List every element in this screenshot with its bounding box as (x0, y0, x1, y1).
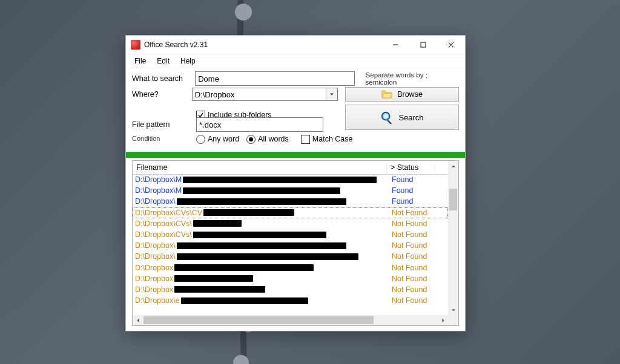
table-row[interactable]: D:\Dropbox\CVs\CVNot Found (133, 207, 448, 218)
filename-cell: D:\Dropbox\ (133, 252, 389, 261)
svg-point-8 (384, 114, 388, 119)
table-row[interactable]: D:\Dropbox\CVs\Not Found (133, 218, 448, 229)
separator-hint: Separate words by ; semicolon (366, 71, 459, 86)
status-cell: Found (389, 175, 440, 184)
redacted-segment (174, 264, 314, 271)
horizontal-scrollbar[interactable] (133, 315, 448, 325)
status-cell: Found (389, 186, 440, 195)
filename-cell: D:\Dropbox (133, 285, 389, 294)
all-words-label: All words (258, 135, 289, 143)
table-row[interactable]: D:\Dropbox\CVs\Not Found (133, 229, 448, 240)
redacted-segment (193, 220, 242, 227)
folder-icon (381, 90, 392, 99)
scroll-thumb[interactable] (143, 316, 374, 324)
table-row[interactable]: D:\Dropbox\MFound (133, 174, 448, 185)
table-row[interactable]: D:\DropboxNot Found (133, 284, 448, 295)
where-label: Where? (132, 90, 188, 99)
redacted-segment (193, 232, 326, 238)
status-cell: Not Found (389, 285, 440, 294)
table-row[interactable]: D:\DropboxNot Found (133, 273, 448, 284)
condition-label: Condition (132, 135, 193, 142)
filename-cell: D:\Dropbox\CVs\ (133, 219, 389, 228)
redacted-segment (174, 275, 253, 282)
status-cell: Not Found (389, 209, 440, 217)
magnifier-icon (380, 111, 394, 124)
table-row[interactable]: D:\Dropbox\Not Found (133, 251, 448, 262)
scroll-right-icon[interactable] (438, 315, 448, 325)
filename-cell: D:\Dropbox (133, 264, 389, 272)
redacted-segment (183, 177, 377, 183)
match-case-checkbox[interactable]: Match Case (301, 135, 353, 144)
scroll-left-icon[interactable] (133, 315, 143, 325)
menu-help[interactable]: Help (176, 56, 200, 67)
filename-cell: D:\Dropbox\M (133, 186, 389, 195)
chevron-down-icon[interactable] (326, 88, 337, 100)
column-status[interactable]: > Status (387, 161, 435, 174)
scroll-thumb[interactable] (449, 189, 457, 210)
titlebar[interactable]: Office Search v2.31 (126, 36, 465, 54)
filename-cell: D:\Dropbox\e (133, 296, 389, 305)
any-word-radio[interactable]: Any word (196, 135, 239, 144)
status-cell: Not Found (389, 264, 440, 272)
table-row[interactable]: D:\Dropbox\MFound (133, 185, 448, 196)
file-pattern-input[interactable] (196, 117, 323, 132)
redacted-segment (174, 286, 265, 293)
svg-rect-6 (421, 42, 426, 47)
filename-cell: D:\Dropbox\ (133, 197, 389, 206)
filename-cell: D:\Dropbox\CVs\CV (133, 209, 389, 217)
search-button-label: Search (398, 113, 423, 122)
svg-point-0 (235, 4, 252, 21)
progress-bar (126, 152, 465, 158)
app-window: Office Search v2.31 File Edit Help What … (125, 35, 466, 331)
filename-cell: D:\Dropbox\M (133, 175, 389, 184)
menu-file[interactable]: File (130, 56, 151, 67)
maximize-button[interactable] (409, 36, 437, 54)
column-filename[interactable]: Filename (133, 161, 387, 174)
scroll-up-icon[interactable] (448, 161, 458, 171)
menu-bar: File Edit Help (126, 54, 465, 68)
size-grip[interactable] (448, 315, 458, 325)
status-cell: Not Found (389, 230, 440, 239)
minimize-button[interactable] (381, 36, 409, 54)
status-cell: Not Found (389, 275, 440, 283)
table-row[interactable]: D:\Dropbox\Found (133, 196, 448, 207)
radio-icon (196, 135, 205, 144)
status-cell: Not Found (389, 219, 440, 228)
search-button[interactable]: Search (345, 105, 459, 130)
file-pattern-label: File pattern (132, 120, 193, 129)
redacted-segment (181, 297, 308, 304)
desktop-wallpaper: Office Search v2.31 File Edit Help What … (0, 0, 620, 364)
redacted-segment (203, 209, 294, 216)
svg-point-5 (233, 355, 249, 364)
status-cell: Found (389, 197, 440, 206)
browse-button[interactable]: Browse (345, 87, 459, 102)
app-icon (131, 40, 140, 50)
results-body: D:\Dropbox\MFoundD:\Dropbox\MFoundD:\Dro… (133, 174, 448, 315)
redacted-segment (177, 253, 358, 260)
svg-rect-9 (387, 120, 392, 124)
filename-cell: D:\Dropbox (133, 275, 389, 283)
status-cell: Not Found (389, 252, 440, 261)
filename-cell: D:\Dropbox\ (133, 241, 389, 250)
window-title: Office Search v2.31 (144, 41, 208, 49)
redacted-segment (183, 187, 340, 194)
checkbox-icon (301, 135, 310, 144)
table-row[interactable]: D:\Dropbox\eNot Found (133, 295, 448, 306)
search-form: What to search Separate words by ; semic… (126, 68, 465, 151)
redacted-segment (177, 198, 346, 205)
where-value: D:\Dropbox (193, 89, 326, 100)
what-to-search-label: What to search (132, 74, 191, 83)
close-button[interactable] (437, 36, 465, 54)
results-listview[interactable]: Filename > Status D:\Dropbox\MFoundD:\Dr… (132, 160, 459, 326)
scroll-down-icon[interactable] (448, 305, 458, 315)
what-to-search-input[interactable] (195, 71, 354, 86)
radio-icon (246, 135, 256, 144)
all-words-radio[interactable]: All words (246, 135, 289, 144)
table-row[interactable]: D:\Dropbox\Not Found (133, 240, 448, 251)
menu-edit[interactable]: Edit (152, 56, 174, 67)
vertical-scrollbar[interactable] (448, 161, 458, 315)
results-header[interactable]: Filename > Status (133, 161, 458, 175)
where-combobox[interactable]: D:\Dropbox (192, 88, 338, 101)
table-row[interactable]: D:\DropboxNot Found (133, 262, 448, 273)
status-cell: Not Found (389, 241, 440, 250)
